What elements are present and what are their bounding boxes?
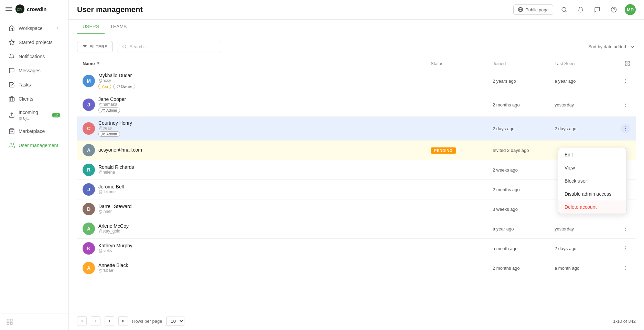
svg-point-51 (625, 230, 626, 231)
public-page-button[interactable]: Public page (513, 4, 553, 15)
sidebar-item-starred[interactable]: Starred projects (3, 35, 66, 49)
user-info: J Jane Cooper @namaka Admin (83, 96, 431, 113)
sidebar-logo[interactable]: CR crowdin (15, 4, 47, 14)
joined-cell-wrapper: 3 weeks ago (493, 206, 555, 212)
sidebar-item-tasks[interactable]: Tasks (3, 78, 66, 92)
sidebar-item-user-management[interactable]: User management (3, 138, 66, 152)
more-options-button[interactable] (621, 263, 630, 273)
user-handle: @helena (98, 170, 134, 175)
sidebar-item-messages[interactable]: Messages (3, 64, 66, 78)
badge-owner: Owner (113, 84, 135, 89)
column-name-label: Name (83, 61, 95, 66)
sort-direction-icon[interactable] (629, 43, 636, 50)
toolbar: FILTERS Sort by date added (77, 41, 636, 52)
toolbar-right: Sort by date added (588, 43, 636, 50)
help-button[interactable] (608, 4, 619, 15)
joined-cell: 2 months ago (493, 102, 520, 107)
bell-icon (8, 53, 15, 60)
toolbar-left: FILTERS (77, 41, 220, 52)
sidebar-header: CR crowdin (0, 0, 68, 18)
main-content: User management Public page MD (69, 0, 644, 330)
sidebar-item-notifications[interactable]: Notifications (3, 50, 66, 63)
last-seen-cell: a year ago (555, 79, 576, 84)
pagination-prev-button[interactable] (91, 316, 100, 326)
content-area: FILTERS Sort by date added Name ▼ (69, 34, 644, 312)
page-title: User management (77, 5, 143, 14)
user-info: M Mykhailo Dudar @acsy YouOwner (83, 73, 431, 89)
search-box[interactable] (117, 41, 220, 52)
svg-point-34 (625, 126, 626, 127)
tabs-bar: USERS TEAMS (69, 20, 644, 34)
filters-button[interactable]: FILTERS (77, 41, 113, 52)
row-actions (616, 124, 630, 133)
column-joined-label: Joined (493, 61, 506, 66)
row-actions (616, 244, 630, 253)
last-seen-cell-wrapper: 2 days ago (555, 246, 616, 251)
user-badges: YouOwner (98, 84, 135, 89)
sidebar-item-incoming[interactable]: Incoming proj... 12 (3, 106, 66, 124)
table-row: A acsyoner@mail.com PENDING Invited 2 da… (77, 141, 636, 160)
more-options-button[interactable] (621, 224, 630, 234)
sidebar-item-marketplace-label: Marketplace (19, 128, 60, 134)
user-info: A Annette Black @rubae (83, 262, 431, 274)
sidebar-item-clients-label: Clients (19, 96, 60, 102)
tab-teams[interactable]: TEAMS (105, 20, 132, 34)
user-avatar[interactable]: MD (625, 4, 636, 15)
rows-per-page-select[interactable]: 5 10 25 50 (166, 317, 184, 326)
context-menu-view[interactable]: View (558, 161, 626, 174)
pagination-first-button[interactable] (77, 316, 87, 326)
avatar: C (83, 122, 95, 135)
user-details: Arlene McCoy @stay_gold (98, 223, 129, 234)
avatar: R (83, 164, 95, 176)
messages-button[interactable] (592, 4, 603, 15)
tab-users[interactable]: USERS (77, 20, 105, 34)
last-seen-cell-wrapper: a year ago (555, 78, 616, 84)
pagination-last-button[interactable] (118, 316, 128, 326)
more-options-button[interactable] (621, 76, 630, 86)
sidebar-item-notifications-label: Notifications (19, 54, 60, 59)
context-menu-block[interactable]: Block user (558, 174, 626, 187)
context-menu-disable-admin[interactable]: Disable admin access (558, 187, 626, 200)
rows-per-page-select-wrapper[interactable]: 5 10 25 50 (166, 317, 184, 326)
user-handle: @acsy (98, 78, 135, 83)
user-details: acsyoner@mail.com (98, 147, 142, 153)
context-menu-edit[interactable]: Edit (558, 148, 626, 161)
last-seen-cell-wrapper: a month ago (555, 265, 616, 271)
user-details: Annette Black @rubae (98, 262, 128, 274)
last-seen-cell: a month ago (555, 266, 579, 271)
more-options-button[interactable] (621, 244, 630, 253)
search-input[interactable] (129, 44, 215, 49)
pagination-next-button[interactable] (105, 316, 114, 326)
sidebar-item-clients[interactable]: Clients (3, 92, 66, 106)
rows-per-page-label: Rows per page (132, 319, 162, 324)
sidebar-item-workspace[interactable]: Workspace (3, 21, 66, 35)
grid-icon[interactable] (6, 318, 14, 326)
more-options-button[interactable] (621, 124, 630, 133)
column-sort-arrow: ▼ (96, 61, 100, 66)
top-header: User management Public page MD (69, 0, 644, 20)
avatar: J (83, 99, 95, 111)
svg-rect-9 (10, 322, 12, 324)
hamburger-icon[interactable] (6, 6, 12, 12)
table-rows: M Mykhailo Dudar @acsy YouOwner 2 years … (77, 69, 636, 278)
user-info: C Courtney Henry @treas Admin (83, 120, 431, 137)
incoming-icon (8, 112, 15, 118)
sidebar-item-marketplace[interactable]: Marketplace (3, 124, 66, 138)
avatar: A (83, 144, 95, 156)
svg-point-6 (10, 143, 12, 145)
table-row: R Ronald Richards @helena 2 weeks ago (77, 160, 636, 180)
search-button[interactable] (559, 4, 570, 15)
notifications-button[interactable] (575, 4, 586, 15)
joined-cell-wrapper: 2 months ago (493, 265, 555, 271)
context-menu-delete[interactable]: Delete account (558, 200, 626, 214)
column-header-name[interactable]: Name ▼ (83, 61, 431, 66)
avatar: J (83, 183, 95, 196)
svg-point-30 (625, 103, 626, 103)
svg-point-33 (102, 133, 104, 134)
svg-point-32 (625, 106, 626, 107)
more-options-button[interactable] (621, 100, 630, 110)
svg-point-36 (625, 130, 626, 131)
joined-cell-wrapper: 2 days ago (493, 126, 555, 131)
user-details: Courtney Henry @treas Admin (98, 120, 132, 137)
sidebar-item-tasks-label: Tasks (19, 82, 60, 87)
